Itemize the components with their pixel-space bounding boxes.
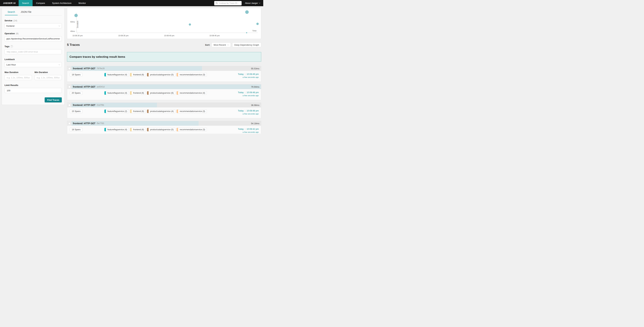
trace-result-list: frontend: HTTP GET7876e2655.53ms18 Spans…: [67, 66, 261, 134]
service-tag-pill[interactable]: featureflagservice (2): [104, 110, 129, 113]
span-count-pill[interactable]: 18 Spans: [70, 128, 82, 132]
nav-item-compare[interactable]: Compare: [32, 0, 48, 6]
trace-card-header[interactable]: frontend: HTTP GET7876e2655.53ms: [67, 66, 261, 71]
service-tag-pill[interactable]: recommendationservice (3): [176, 110, 207, 113]
results-header: 5 Traces Sort: Most Recent Deep Dependen…: [67, 42, 261, 48]
service-color-chip: [104, 73, 106, 76]
trace-lookup-box[interactable]: [214, 1, 242, 5]
max-duration-input[interactable]: [6, 76, 30, 79]
service-color-chip: [147, 110, 148, 113]
service-tag-label: frontend (6): [132, 91, 146, 95]
trace-select-checkbox[interactable]: [68, 86, 70, 88]
app-brand[interactable]: JAEGER UI: [0, 0, 19, 6]
scatter-point[interactable]: [246, 32, 247, 34]
trace-date-link[interactable]: Today: [238, 110, 244, 112]
tab-json-file[interactable]: JSON File: [18, 8, 34, 15]
span-count-pill[interactable]: 18 Spans: [70, 73, 82, 76]
service-tag-pill[interactable]: frontend (6): [130, 110, 146, 113]
service-color-chip: [147, 73, 148, 76]
trace-select-checkbox[interactable]: [68, 104, 70, 106]
trace-date-link[interactable]: Today: [238, 91, 244, 94]
min-duration-label: Min Duration: [34, 71, 62, 74]
operation-select[interactable]: grpc.hipstershop.RecommendationService/L…: [4, 36, 62, 41]
service-tag-label: recommendationservice (3): [178, 73, 206, 76]
trace-duration: 54.18ms: [251, 121, 260, 126]
trace-lookup-input[interactable]: [219, 2, 240, 4]
service-tag-label: productcatalogservice (6): [148, 91, 175, 95]
trace-title[interactable]: frontend: HTTP GETae8341d: [73, 84, 104, 89]
trace-card-header[interactable]: frontend: HTTP GET01d7f9b36.98ms: [67, 103, 261, 108]
nav-item-system-architecture[interactable]: System Architecture: [48, 0, 75, 6]
limit-results-input[interactable]: [6, 89, 60, 92]
trace-time-block: Today|10:08:49 pma few seconds ago: [238, 73, 260, 78]
max-duration-field[interactable]: [4, 75, 32, 80]
trace-service-operation: frontend: HTTP GET: [73, 86, 95, 88]
nav-item-search[interactable]: Search: [19, 0, 32, 6]
trace-card-header[interactable]: frontend: HTTP GETf5e778354.18ms: [67, 121, 261, 126]
lookback-select[interactable]: Last Hour: [4, 62, 62, 67]
trace-select-checkbox[interactable]: [68, 122, 70, 124]
scatter-point[interactable]: [256, 23, 259, 25]
trace-title[interactable]: frontend: HTTP GET7876e26: [73, 66, 104, 71]
service-tag-pill[interactable]: productcatalogservice (5): [147, 128, 175, 132]
service-tag-list: featureflagservice (2)frontend (6)produc…: [104, 110, 238, 113]
min-duration-input[interactable]: [36, 76, 60, 79]
about-jaeger-menu[interactable]: About Jaeger: [245, 2, 260, 4]
service-tag-pill[interactable]: recommendationservice (3): [176, 73, 207, 76]
service-tag-pill[interactable]: productcatalogservice (6): [147, 91, 175, 95]
tab-search[interactable]: Search: [5, 8, 18, 15]
span-count-pill[interactable]: 20 Spans: [70, 91, 82, 95]
trace-card-body: 20 Spansfeatureflagservice (4)frontend (…: [67, 89, 261, 96]
nav-item-monitor[interactable]: Monitor: [75, 0, 89, 6]
y-tick-label: 40ms: [70, 30, 75, 32]
scatter-point[interactable]: [245, 10, 249, 14]
scatter-point[interactable]: [74, 14, 78, 17]
trace-time-link[interactable]: 10:08:48 pm: [246, 91, 259, 94]
date-time-divider: |: [245, 91, 245, 94]
trace-time-link[interactable]: 10:08:42 pm: [246, 128, 259, 130]
limit-results-field[interactable]: [4, 88, 62, 93]
find-traces-button[interactable]: Find Traces: [45, 97, 62, 102]
service-tag-pill[interactable]: featureflagservice (4): [104, 73, 129, 76]
service-tag-label: frontend (6): [132, 73, 146, 76]
service-color-chip: [104, 91, 106, 95]
span-count-pill[interactable]: 15 Spans: [70, 110, 82, 113]
trace-card: frontend: HTTP GETae8341d79.94ms20 Spans…: [67, 84, 261, 100]
service-tag-label: featureflagservice (4): [106, 73, 128, 76]
service-tag-pill[interactable]: productcatalogservice (5): [147, 73, 175, 76]
tags-input[interactable]: [6, 50, 60, 53]
trace-time-link[interactable]: 10:08:48 pm: [246, 110, 259, 112]
x-tick-label: 10:08:30 pm: [72, 34, 82, 36]
service-tag-pill[interactable]: frontend (6): [130, 73, 146, 76]
deep-dependency-graph-button[interactable]: Deep Dependency Graph: [232, 42, 261, 47]
service-tag-pill[interactable]: frontend (6): [130, 91, 146, 95]
trace-date-link[interactable]: Today: [238, 128, 244, 130]
service-tag-label: featureflagservice (4): [106, 128, 128, 131]
trace-time-link[interactable]: 10:08:49 pm: [246, 73, 259, 75]
service-tag-pill[interactable]: featureflagservice (4): [104, 128, 129, 132]
service-select[interactable]: frontend: [4, 23, 62, 28]
trace-select-checkbox[interactable]: [68, 68, 70, 70]
trace-title[interactable]: frontend: HTTP GETf5e7783: [73, 121, 104, 126]
duration-scatter-plot[interactable]: 60ms40ms10:08:30 pm10:08:35 pm10:08:40 p…: [67, 8, 261, 39]
trace-date-link[interactable]: Today: [238, 73, 244, 75]
sort-select[interactable]: Most Recent: [212, 42, 231, 47]
sort-select-value: Most Recent: [214, 44, 226, 46]
trace-card-header[interactable]: frontend: HTTP GETae8341d79.94ms: [67, 84, 261, 89]
trace-service-operation: frontend: HTTP GET: [73, 67, 95, 70]
limit-results-label: Limit Results: [4, 84, 62, 86]
help-question-icon[interactable]: ?: [10, 45, 13, 48]
tags-field[interactable]: [4, 49, 62, 54]
scatter-point[interactable]: [189, 24, 191, 26]
max-duration-label: Max Duration: [4, 71, 32, 74]
tags-label: Tags ?: [4, 45, 62, 48]
service-tag-pill[interactable]: recommendationservice (4): [176, 91, 207, 95]
checkbox-column: [67, 103, 72, 108]
min-duration-field[interactable]: [34, 75, 62, 80]
service-tag-pill[interactable]: frontend (6): [130, 128, 146, 132]
nav-items: SearchCompareSystem ArchitectureMonitor: [19, 0, 90, 6]
service-tag-pill[interactable]: recommendationservice (3): [176, 128, 207, 132]
service-tag-pill[interactable]: productcatalogservice (4): [147, 110, 175, 113]
trace-title[interactable]: frontend: HTTP GET01d7f9b: [73, 103, 104, 108]
service-tag-pill[interactable]: featureflagservice (4): [104, 91, 129, 95]
